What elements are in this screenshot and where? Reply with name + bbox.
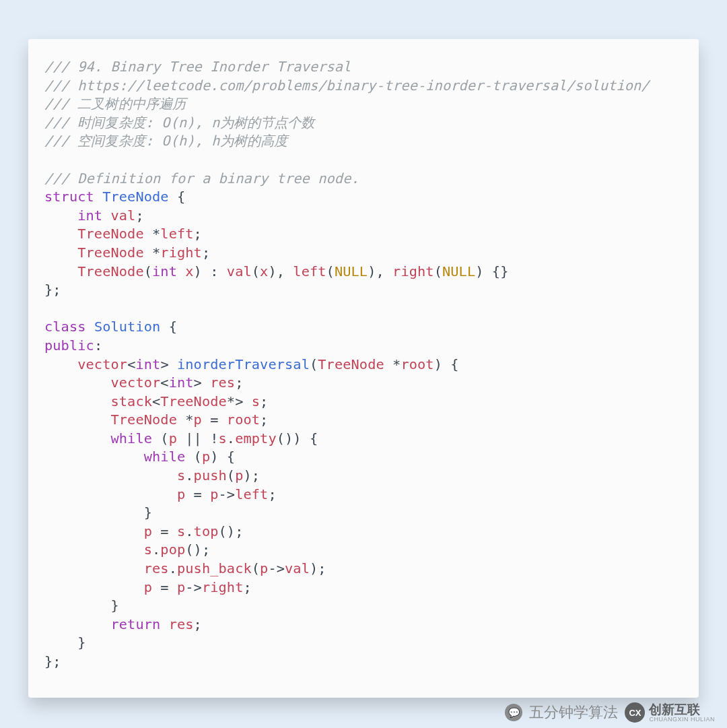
comment: /// 二叉树的中序遍历 bbox=[44, 96, 186, 112]
comment: /// 时间复杂度: O(n), n为树的节点个数 bbox=[44, 114, 314, 131]
fn-pushback: push_back bbox=[177, 560, 252, 576]
ident-root: root bbox=[401, 356, 434, 372]
brand-name: 创新互联 bbox=[649, 703, 715, 716]
brand-sub: CHUANGXIN HULIAN bbox=[649, 716, 715, 723]
wechat-icon: 💬 bbox=[505, 704, 522, 721]
ident-res: res bbox=[210, 374, 235, 391]
fn-empty: empty bbox=[235, 430, 277, 446]
keyword-class: class bbox=[44, 319, 86, 335]
footer-text: 五分钟学算法 bbox=[529, 702, 618, 723]
comment: /// Definition for a binary tree node. bbox=[44, 170, 359, 187]
ident-treenode: TreeNode bbox=[77, 244, 143, 261]
null-literal: NULL bbox=[335, 263, 368, 279]
brand-icon: CX bbox=[625, 702, 645, 723]
ident-p: p bbox=[194, 411, 202, 428]
comment: /// 空间复杂度: O(h), h为树的高度 bbox=[44, 133, 287, 149]
fn-top: top bbox=[194, 523, 219, 539]
fn-pop: pop bbox=[160, 541, 185, 558]
comment: /// https://leetcode.com/problems/binary… bbox=[44, 77, 650, 94]
comment: /// 94. Binary Tree Inorder Traversal bbox=[44, 59, 351, 75]
brand-logo: CX 创新互联 CHUANGXIN HULIAN bbox=[625, 702, 715, 723]
keyword-int: int bbox=[77, 207, 102, 224]
type-treenode: TreeNode bbox=[102, 189, 168, 205]
keyword-while: while bbox=[110, 430, 152, 446]
type-solution: Solution bbox=[94, 319, 160, 335]
keyword-struct: struct bbox=[44, 189, 94, 205]
type-stack: stack bbox=[110, 393, 152, 409]
fn-inorder: inorderTraversal bbox=[177, 356, 310, 372]
init-right: right bbox=[392, 263, 434, 279]
footer-watermark: 💬 五分钟学算法 CX 创新互联 CHUANGXIN HULIAN bbox=[505, 702, 715, 723]
keyword-public: public bbox=[44, 337, 94, 354]
ident-treenode: TreeNode bbox=[77, 226, 143, 242]
ident-s: s bbox=[252, 393, 260, 409]
type-vector: vector bbox=[77, 356, 127, 372]
code-card: /// 94. Binary Tree Inorder Traversal //… bbox=[28, 39, 699, 698]
code-block: /// 94. Binary Tree Inorder Traversal //… bbox=[44, 58, 683, 671]
ctor-name: TreeNode bbox=[77, 263, 143, 279]
keyword-return: return bbox=[110, 616, 160, 632]
fn-push: push bbox=[194, 467, 227, 484]
init-left: left bbox=[293, 263, 326, 279]
ident-right: right bbox=[160, 244, 202, 261]
ident-left: left bbox=[160, 226, 193, 242]
init-val: val bbox=[227, 263, 252, 279]
ident-val: val bbox=[111, 207, 136, 224]
